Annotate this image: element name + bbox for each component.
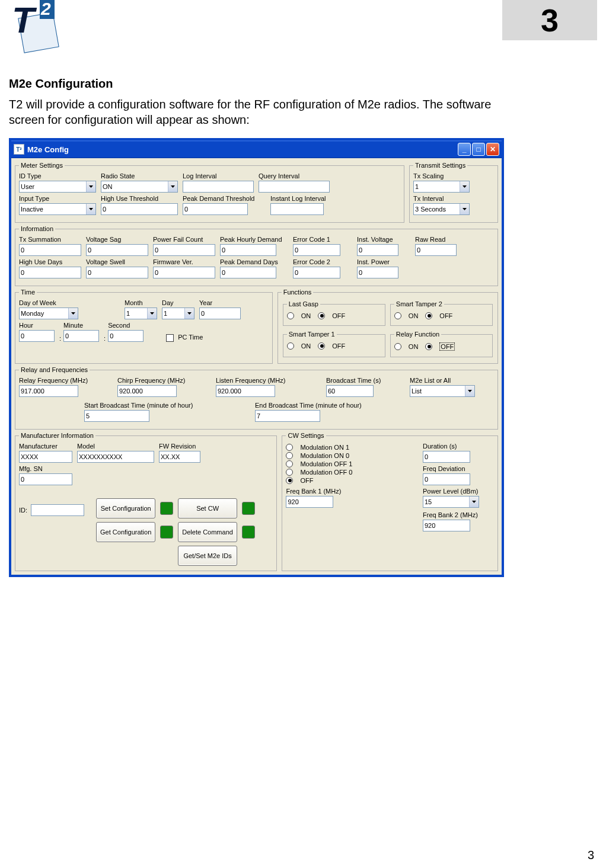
relay-frequencies-legend: Relay and Frequencies xyxy=(19,366,90,373)
instant-log-interval-input[interactable] xyxy=(270,203,324,215)
relay-frequencies-group: Relay and Frequencies Relay Frequency (M… xyxy=(15,366,498,430)
relay-function-off-radio[interactable] xyxy=(425,343,432,350)
model-input[interactable] xyxy=(77,451,154,463)
power-level-select[interactable]: 15 xyxy=(423,496,479,508)
second-label: Second xyxy=(108,322,143,329)
day-label: Day xyxy=(162,299,194,306)
set-configuration-button[interactable]: Set Configuration xyxy=(96,498,155,518)
peak-demand-days-input[interactable] xyxy=(220,267,276,278)
smart-tamper-2-off-radio[interactable] xyxy=(425,312,432,319)
modulation-off-1-radio[interactable] xyxy=(286,460,293,467)
minimize-button[interactable]: _ xyxy=(458,143,471,156)
title-bar[interactable]: T² M2e Config _ □ ✕ xyxy=(11,140,502,158)
manufacturer-label: Manufacturer xyxy=(19,443,72,450)
m2e-list-label: M2e List or All xyxy=(410,377,475,384)
minute-input[interactable] xyxy=(63,330,99,342)
radio-state-select[interactable]: ON xyxy=(101,181,178,193)
pc-time-checkbox[interactable]: PC Time xyxy=(166,334,203,342)
freq-deviation-input[interactable] xyxy=(423,473,470,485)
smart-tamper-2-group: Smart Tamper 2 ON OFF xyxy=(390,300,493,326)
instant-log-interval-label: Instant Log Interval xyxy=(270,195,342,202)
tx-summation-label: Tx Summation xyxy=(19,236,81,243)
hour-label: Hour xyxy=(19,322,55,329)
log-interval-input[interactable] xyxy=(183,181,254,193)
broadcast-time-input[interactable] xyxy=(326,385,374,397)
start-broadcast-time-input[interactable] xyxy=(84,410,149,422)
relay-frequency-input[interactable] xyxy=(19,385,78,397)
inst-power-label: Inst. Power xyxy=(357,258,410,265)
firmware-ver-input[interactable] xyxy=(153,267,215,278)
second-input[interactable] xyxy=(108,330,143,342)
voltage-swell-input[interactable] xyxy=(86,267,148,278)
high-use-days-input[interactable] xyxy=(19,267,81,278)
cw-off-radio[interactable] xyxy=(286,477,293,484)
tx-scaling-select[interactable]: 1 xyxy=(413,181,470,193)
duration-input[interactable] xyxy=(423,451,470,463)
manufacturer-input[interactable] xyxy=(19,451,72,463)
id-type-select[interactable]: User xyxy=(19,181,96,193)
set-cw-button[interactable]: Set CW xyxy=(178,498,237,518)
m2e-list-select[interactable]: List xyxy=(410,385,475,397)
get-configuration-button[interactable]: Get Configuration xyxy=(96,522,155,542)
listen-frequency-input[interactable] xyxy=(216,385,275,397)
voltage-sag-input[interactable] xyxy=(86,244,148,256)
year-label: Year xyxy=(199,299,241,306)
error-code-1-input[interactable] xyxy=(293,244,340,256)
modulation-on-1-radio[interactable] xyxy=(286,444,293,451)
last-gasp-off-radio[interactable] xyxy=(318,312,325,319)
query-interval-input[interactable] xyxy=(259,181,330,193)
checkbox-icon xyxy=(166,334,174,342)
fw-revision-label: FW Revision xyxy=(159,443,212,450)
voltage-sag-label: Voltage Sag xyxy=(86,236,148,243)
month-label: Month xyxy=(125,299,157,306)
delete-command-button[interactable]: Delete Command xyxy=(178,522,237,542)
power-fail-count-input[interactable] xyxy=(153,244,215,256)
window-title: M2e Config xyxy=(27,145,69,154)
raw-read-label: Raw Read xyxy=(415,236,463,243)
modulation-on-0-radio[interactable] xyxy=(286,452,293,459)
smart-tamper-2-on-radio[interactable] xyxy=(394,312,401,319)
freq-bank-2-input[interactable] xyxy=(423,520,470,531)
relay-function-on-radio[interactable] xyxy=(394,343,401,350)
inst-voltage-input[interactable] xyxy=(357,244,398,256)
smart-tamper-1-on-radio[interactable] xyxy=(287,342,294,350)
app-icon: T² xyxy=(14,144,24,155)
raw-read-input[interactable] xyxy=(415,244,457,256)
high-use-threshold-input[interactable] xyxy=(101,203,178,215)
peak-demand-threshold-input[interactable] xyxy=(183,203,248,215)
input-type-select[interactable]: Inactive xyxy=(19,203,96,215)
chapter-number: 3 xyxy=(541,2,559,39)
chirp-frequency-input[interactable] xyxy=(117,385,177,397)
tx-summation-input[interactable] xyxy=(19,244,81,256)
meter-settings-group: Meter Settings ID Type User Radio State xyxy=(15,162,404,223)
inst-power-input[interactable] xyxy=(357,267,398,278)
id-type-label: ID Type xyxy=(19,172,96,180)
last-gasp-on-radio[interactable] xyxy=(287,312,294,319)
listen-frequency-label: Listen Frequency (MHz) xyxy=(216,377,317,384)
peak-demand-days-label: Peak Demand Days xyxy=(220,258,288,265)
tx-interval-select[interactable]: 3 Seconds xyxy=(413,203,470,215)
day-select[interactable]: 1 xyxy=(162,308,194,319)
close-button[interactable]: ✕ xyxy=(486,143,499,156)
smart-tamper-1-off-radio[interactable] xyxy=(318,342,325,350)
freq-bank-1-input[interactable] xyxy=(286,496,333,508)
manufacturer-info-group: Manufacturer Information Manufacturer Mo… xyxy=(15,432,277,571)
year-input[interactable] xyxy=(199,308,241,319)
id-input[interactable] xyxy=(31,504,84,516)
peak-hourly-demand-input[interactable] xyxy=(220,244,276,256)
fw-revision-input[interactable] xyxy=(159,451,200,463)
information-legend: Information xyxy=(19,225,55,232)
broadcast-time-label: Broadcast Time (s) xyxy=(326,377,400,384)
day-of-week-select[interactable]: Monday xyxy=(19,308,78,319)
last-gasp-group: Last Gasp ON OFF xyxy=(283,300,385,326)
time-legend: Time xyxy=(19,289,37,296)
error-code-2-input[interactable] xyxy=(293,267,340,278)
month-select[interactable]: 1 xyxy=(125,308,157,319)
end-broadcast-time-input[interactable] xyxy=(255,410,320,422)
query-interval-label: Query Interval xyxy=(259,172,330,180)
maximize-button[interactable]: □ xyxy=(472,143,485,156)
get-set-m2e-ids-button[interactable]: Get/Set M2e IDs xyxy=(178,546,237,566)
modulation-off-0-radio[interactable] xyxy=(286,469,293,476)
hour-input[interactable] xyxy=(19,330,55,342)
mfg-sn-input[interactable] xyxy=(19,473,72,485)
